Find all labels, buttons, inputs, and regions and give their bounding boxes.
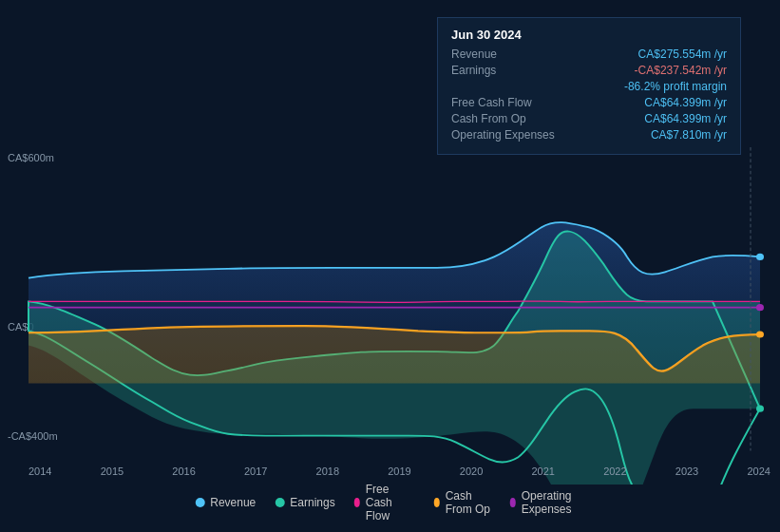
legend-item-cashfromop[interactable]: Cash From Op: [434, 489, 491, 516]
x-label-2014: 2014: [29, 466, 51, 477]
tooltip-label: Cash From Op: [451, 112, 526, 125]
x-label-2016: 2016: [172, 466, 195, 477]
tooltip-row-fcf: Free Cash Flow CA$64.399m /yr: [451, 96, 727, 109]
legend-dot-opex: [510, 498, 516, 507]
tooltip-row-earnings: Earnings -CA$237.542m /yr: [451, 64, 727, 77]
tooltip-margin: -86.2% profit margin: [624, 80, 727, 93]
svg-point-1: [756, 254, 764, 260]
chart-svg: [0, 147, 780, 484]
tooltip-date: Jun 30 2024: [451, 28, 727, 42]
legend-dot-revenue: [195, 498, 204, 507]
x-label-2018: 2018: [316, 466, 339, 477]
tooltip-value: CA$64.399m /yr: [644, 112, 727, 125]
x-label-2022: 2022: [603, 466, 626, 477]
tooltip-row-cashfromop: Cash From Op CA$64.399m /yr: [451, 112, 727, 125]
tooltip-row-opex: Operating Expenses CA$7.810m /yr: [451, 128, 727, 142]
legend-dot-cashfromop: [434, 498, 440, 507]
legend-item-fcf[interactable]: Free Cash Flow: [354, 483, 415, 522]
tooltip-row-revenue: Revenue CA$275.554m /yr: [451, 48, 727, 61]
x-label-2024: 2024: [747, 466, 770, 477]
legend-item-opex[interactable]: Operating Expenses: [510, 489, 585, 516]
chart-legend: Revenue Earnings Free Cash Flow Cash Fro…: [195, 483, 585, 522]
tooltip-value: CA$7.810m /yr: [651, 128, 727, 142]
legend-dot-earnings: [275, 498, 284, 507]
tooltip-label: Free Cash Flow: [451, 96, 532, 109]
tooltip-value: CA$64.399m /yr: [644, 96, 727, 109]
tooltip-value: -CA$237.542m /yr: [635, 64, 727, 77]
tooltip-row-margin: -86.2% profit margin: [451, 80, 727, 93]
tooltip-panel: Jun 30 2024 Revenue CA$275.554m /yr Earn…: [437, 17, 741, 155]
svg-point-3: [756, 331, 764, 337]
x-label-2015: 2015: [101, 466, 124, 477]
x-label-2019: 2019: [388, 466, 410, 477]
legend-item-revenue[interactable]: Revenue: [195, 496, 256, 509]
x-label-2017: 2017: [244, 466, 267, 477]
x-axis-labels: 2014 2015 2016 2017 2018 2019 2020 2021 …: [29, 466, 770, 477]
tooltip-value: CA$275.554m /yr: [638, 48, 727, 61]
x-label-2020: 2020: [460, 466, 483, 477]
svg-point-2: [756, 406, 764, 412]
legend-label-opex: Operating Expenses: [522, 489, 585, 516]
legend-label-revenue: Revenue: [210, 496, 256, 509]
legend-label-cashfromop: Cash From Op: [446, 489, 491, 516]
x-label-2021: 2021: [531, 466, 554, 477]
legend-dot-fcf: [354, 498, 360, 507]
legend-label-fcf: Free Cash Flow: [366, 483, 415, 522]
x-label-2023: 2023: [675, 466, 698, 477]
legend-label-earnings: Earnings: [290, 496, 334, 509]
svg-point-4: [756, 304, 764, 311]
tooltip-label: Operating Expenses: [451, 128, 555, 142]
tooltip-label: Revenue: [451, 48, 497, 61]
legend-item-earnings[interactable]: Earnings: [275, 496, 334, 509]
tooltip-label: Earnings: [451, 64, 496, 77]
